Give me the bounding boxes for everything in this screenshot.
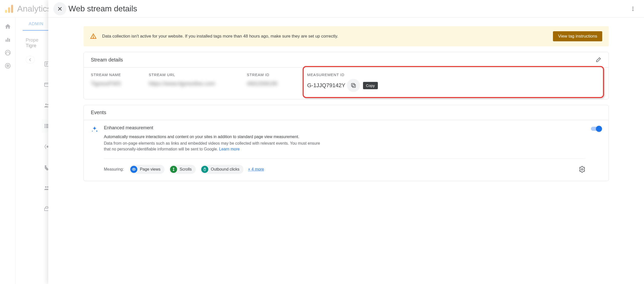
svg-point-34	[581, 169, 583, 170]
stream-url-label: STREAM URL	[149, 73, 244, 77]
stream-name-label: STREAM NAME	[91, 73, 146, 77]
stream-id-value: 4661508195	[247, 80, 305, 87]
sparkle-icon	[91, 126, 98, 133]
svg-point-28	[93, 37, 94, 38]
enhanced-measurement-summary: Automatically measure interactions and c…	[104, 134, 585, 140]
measurement-id-label: MEASUREMENT ID	[307, 73, 601, 77]
measuring-label: Measuring:	[104, 167, 124, 172]
svg-point-6	[5, 50, 10, 55]
edit-stream-button[interactable]	[595, 57, 601, 63]
more-vert-icon	[630, 6, 636, 12]
stream-name-value: TigressFWS	[91, 80, 146, 87]
svg-rect-14	[45, 124, 46, 125]
home-icon[interactable]	[5, 23, 11, 30]
events-card: Events Enhanced measurement Automaticall…	[84, 105, 609, 181]
learn-more-link[interactable]: Learn more	[219, 147, 240, 151]
chip-page-views-label: Page views	[140, 167, 160, 172]
enhanced-measurement-description: Data from on-page elements such as links…	[104, 141, 325, 152]
svg-point-25	[632, 8, 633, 9]
svg-rect-1	[8, 7, 10, 13]
svg-rect-15	[45, 125, 46, 127]
chip-outbound-clicks: Outbound clicks	[200, 165, 244, 174]
close-button[interactable]	[53, 2, 66, 15]
svg-point-31	[133, 169, 134, 170]
data-collection-warning: Data collection isn't active for your we…	[84, 26, 609, 46]
app-title: Analytics	[17, 4, 51, 14]
close-icon	[57, 6, 63, 12]
view-tag-instructions-button[interactable]: View tag instructions	[553, 31, 602, 41]
mouse-icon	[201, 166, 208, 173]
enhanced-measurement-description-text: Data from on-page elements such as links…	[104, 141, 320, 151]
svg-rect-2	[11, 5, 13, 13]
panel-title: Web stream details	[68, 4, 137, 13]
svg-point-9	[7, 66, 8, 66]
more-events-link[interactable]: + 4 more	[248, 167, 264, 172]
gear-icon	[579, 166, 585, 173]
svg-point-12	[45, 104, 47, 105]
left-nav-rail	[0, 18, 16, 284]
svg-rect-3	[6, 40, 7, 42]
copy-tooltip: Copy	[363, 82, 378, 89]
reports-icon[interactable]	[5, 36, 11, 43]
svg-point-26	[632, 10, 633, 11]
explore-icon[interactable]	[5, 49, 11, 56]
stream-details-panel: Web stream details Data collection isn't…	[48, 0, 644, 284]
svg-rect-4	[7, 38, 8, 42]
events-title: Events	[91, 110, 106, 115]
scroll-icon	[170, 166, 177, 173]
stream-details-card: Stream details STREAM NAME TigressFWS ST…	[84, 52, 609, 99]
chip-page-views: Page views	[129, 165, 165, 174]
eye-icon	[130, 166, 137, 173]
warning-text: Data collection isn't active for your we…	[102, 33, 547, 40]
arrow-left-icon	[28, 57, 32, 62]
measurement-id-value: G-1JJQ79142Y	[307, 82, 345, 89]
stream-details-title: Stream details	[91, 57, 123, 63]
svg-rect-16	[45, 127, 46, 128]
enhanced-measurement-title: Enhanced measurement	[104, 125, 585, 131]
copy-measurement-id-button[interactable]	[347, 79, 360, 92]
chip-scrolls-label: Scrolls	[180, 167, 192, 172]
chip-scrolls: Scrolls	[169, 165, 196, 174]
pencil-icon	[595, 57, 601, 63]
svg-rect-29	[352, 84, 355, 87]
svg-point-21	[45, 186, 47, 188]
svg-point-24	[632, 7, 633, 8]
advertising-icon[interactable]	[5, 62, 11, 69]
enhanced-measurement-settings-button[interactable]	[579, 166, 585, 173]
copy-icon	[350, 82, 356, 88]
svg-rect-0	[5, 10, 7, 13]
enhanced-measurement-toggle[interactable]	[591, 127, 601, 131]
warning-icon	[90, 33, 97, 40]
more-menu-button[interactable]	[627, 3, 639, 15]
analytics-logo-icon	[5, 4, 14, 13]
back-button[interactable]	[26, 56, 35, 64]
stream-id-label: STREAM ID	[247, 73, 305, 77]
svg-rect-30	[351, 83, 354, 86]
chip-outbound-clicks-label: Outbound clicks	[211, 167, 239, 172]
stream-url-value: https://www.tigressfws.com	[149, 80, 244, 87]
panel-header: Web stream details	[48, 0, 644, 18]
tab-admin[interactable]: ADMIN	[23, 21, 50, 31]
svg-rect-5	[9, 39, 10, 42]
